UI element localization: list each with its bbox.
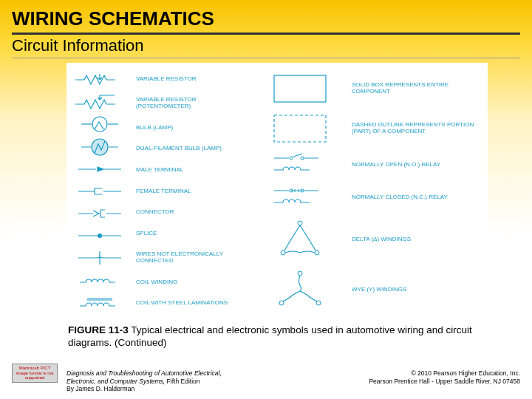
svg-rect-4 xyxy=(274,115,326,142)
label-column-left: VARIABLE RESISTOR VARIABLE RESISTOR (POT… xyxy=(133,63,251,320)
coil-winding-icon xyxy=(66,271,133,290)
label-nc-relay: NORMALLY CLOSED (N.C.) RELAY xyxy=(352,194,483,201)
figure-diagram: VARIABLE RESISTOR VARIABLE RESISTOR (POT… xyxy=(66,63,488,320)
page-subtitle: Circuit Information xyxy=(0,36,532,58)
label-dashed-box: DASHED OUTLINE REPRESENTS PORTION (PART)… xyxy=(352,122,483,135)
svg-point-10 xyxy=(281,250,285,255)
label-solid-box: SOLID BOX REPRESENTS ENTIRE COMPONENT xyxy=(352,82,483,95)
label-wye-windings: WYE (Y) WINDINGS xyxy=(352,287,483,293)
no-relay-icon xyxy=(256,152,344,177)
wye-windings-icon xyxy=(256,269,344,310)
label-no-relay: NORMALLY OPEN (N.O.) RELAY xyxy=(352,162,483,168)
title-underline xyxy=(12,33,520,35)
footer-edition: Fifth Edition xyxy=(165,378,200,385)
svg-point-9 xyxy=(298,221,302,225)
label-dual-filament-bulb: DUAL-FILAMENT BULB (LAMP) xyxy=(133,146,251,152)
footer-left: Diagnosis and Troubleshooting of Automot… xyxy=(66,369,222,393)
label-female-terminal: FEMALE TERMINAL xyxy=(133,188,251,195)
footer-right: © 2010 Pearson Higher Education, Inc. Pe… xyxy=(369,369,520,393)
subtitle-underline xyxy=(12,58,520,58)
svg-point-5 xyxy=(290,157,293,160)
label-connector: CONNECTOR xyxy=(133,209,251,216)
nc-relay-icon xyxy=(256,185,344,210)
label-coil-steel-laminations: COIL WITH STEEL LAMINATIONS xyxy=(133,300,251,307)
figure-caption: FIGURE 11-3 Typical electrical and elect… xyxy=(0,323,532,355)
label-bulb: BULB (LAMP) xyxy=(133,125,251,132)
footer-author: By James D. Halderman xyxy=(66,385,134,392)
caption-text: Typical electrical and electronic symbol… xyxy=(68,324,472,348)
connector-icon xyxy=(66,204,133,223)
svg-point-2 xyxy=(98,233,102,238)
caption-figure-number: FIGURE 11-3 xyxy=(68,324,129,335)
potentiometer-icon xyxy=(66,92,133,112)
label-wires-not-connected: WIRES NOT ELECTRONICALLY CONNECTED xyxy=(133,251,251,265)
label-delta-windings: DELTA (Δ) WINDINGS xyxy=(352,236,483,243)
symbol-column-left xyxy=(66,63,133,320)
variable-resistor-icon xyxy=(66,70,133,89)
footer-book-title-1: Diagnosis and Troubleshooting of Automot… xyxy=(66,369,222,377)
dashed-box-icon xyxy=(256,112,344,145)
label-splice: SPLICE xyxy=(133,231,251,237)
page-title: WIRING SCHEMATICS xyxy=(0,0,532,33)
splice-icon xyxy=(66,226,133,245)
dual-filament-bulb-icon xyxy=(66,137,133,157)
male-terminal-icon xyxy=(66,160,133,179)
footer-publisher: Pearson Prentice Hall - Upper Saddle Riv… xyxy=(369,378,520,385)
solid-box-icon xyxy=(256,72,344,105)
svg-point-6 xyxy=(301,157,304,160)
footer-copyright: © 2010 Pearson Higher Education, Inc. xyxy=(411,369,520,377)
label-coil-winding: COIL WINDING xyxy=(133,279,251,286)
footer-book-title-2: Electronic, and Computer Systems, xyxy=(66,378,165,385)
label-male-terminal: MALE TERMINAL xyxy=(133,167,251,174)
bulb-icon xyxy=(66,115,133,134)
wires-not-connected-icon xyxy=(66,248,133,267)
svg-rect-3 xyxy=(274,75,326,102)
svg-point-11 xyxy=(315,250,319,255)
female-terminal-icon xyxy=(66,182,133,201)
svg-point-12 xyxy=(298,271,302,276)
column-right: SOLID BOX REPRESENTS ENTIRE COMPONENT DA… xyxy=(251,63,488,320)
coil-steel-laminations-icon xyxy=(66,293,133,313)
label-potentiometer: VARIABLE RESISTOR (POTENTIOMETER) xyxy=(133,97,251,110)
footer: Diagnosis and Troubleshooting of Automot… xyxy=(0,369,532,393)
label-variable-resistor: VARIABLE RESISTOR xyxy=(133,76,251,83)
delta-windings-icon xyxy=(256,217,344,262)
